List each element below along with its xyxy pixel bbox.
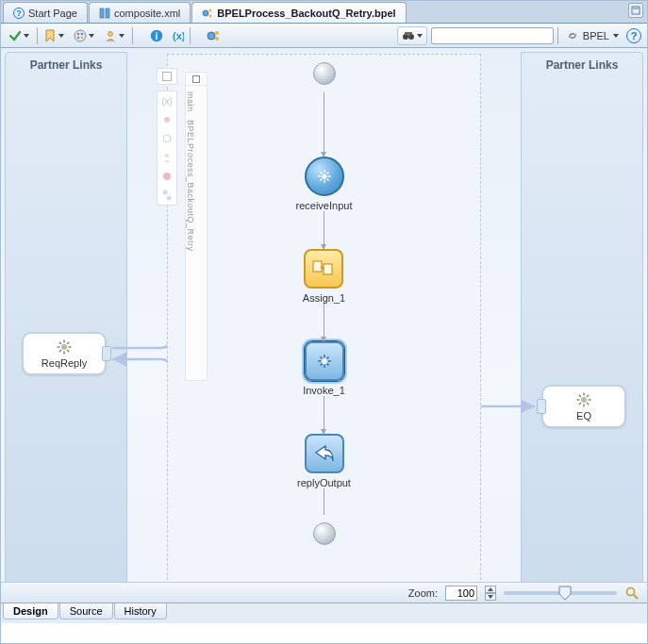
toolbar-separator — [190, 27, 191, 44]
zoom-label: Zoom: — [408, 587, 438, 599]
svg-rect-54 — [313, 261, 322, 272]
svg-point-41 — [165, 154, 169, 157]
toolbar: i (x) BPEL ? — [1, 24, 647, 48]
svg-point-40 — [163, 135, 171, 142]
port-handle[interactable] — [102, 346, 111, 361]
svg-point-3 — [209, 8, 212, 11]
toolbar-separator — [37, 27, 38, 44]
port-handle[interactable] — [537, 399, 546, 414]
svg-point-42 — [163, 173, 171, 180]
view-tab-source[interactable]: Source — [59, 603, 113, 619]
partnerlink-reqreply[interactable]: ReqReply — [22, 332, 107, 375]
svg-rect-20 — [405, 32, 412, 35]
swimlane: main BPELProcess_BackoutQ_Retry — [185, 72, 208, 381]
connector — [324, 92, 324, 157]
svg-rect-0 — [100, 8, 104, 18]
view-tab-history[interactable]: History — [114, 603, 167, 619]
svg-point-8 — [81, 32, 84, 35]
variables-button[interactable]: (x) — [169, 27, 186, 44]
activity-label: Invoke_1 — [303, 385, 345, 396]
zoom-fit-button[interactable] — [624, 586, 640, 601]
user-button[interactable] — [102, 27, 119, 44]
svg-rect-1 — [106, 8, 109, 18]
bpel-file-icon — [202, 8, 213, 19]
connector — [324, 304, 324, 341]
svg-line-53 — [326, 173, 328, 174]
event-icon — [160, 132, 174, 145]
tab-composite[interactable]: composite.xml — [89, 2, 191, 23]
svg-point-4 — [209, 14, 212, 17]
gear-icon — [160, 113, 174, 126]
find-button[interactable] — [397, 26, 427, 45]
start-node[interactable] — [313, 62, 336, 85]
zoom-spinner — [485, 586, 496, 601]
process-scope: (x) main BPELProcess_BackoutQ_Retry — [139, 54, 509, 597]
svg-point-44 — [167, 196, 172, 201]
activity-assign1[interactable]: Assign_1 — [303, 249, 345, 304]
bpel-version-dropdown[interactable]: BPEL — [562, 29, 623, 42]
bpel-label: BPEL — [583, 30, 609, 41]
tabbar-menu-button[interactable] — [628, 3, 643, 18]
toolbar-separator — [557, 27, 558, 44]
alert-icon — [160, 170, 174, 183]
svg-point-6 — [75, 30, 86, 41]
connector — [324, 396, 324, 434]
reply-icon — [312, 443, 337, 464]
toolbar-separator — [132, 27, 133, 44]
svg-point-9 — [77, 36, 80, 39]
svg-point-10 — [81, 36, 84, 39]
bookmark-button[interactable] — [42, 27, 58, 44]
validate-button[interactable] — [7, 27, 24, 44]
swimlane-collapse[interactable] — [186, 73, 207, 86]
invoke-icon — [316, 353, 333, 370]
editor-view-tabs: Design Source History — [1, 603, 647, 623]
svg-point-15 — [208, 32, 215, 40]
collapse-toggle[interactable] — [157, 68, 177, 85]
svg-line-51 — [326, 179, 328, 181]
monitor-button[interactable] — [206, 27, 223, 44]
swimlane-process-label: BPELProcess_BackoutQ_Retry — [186, 118, 195, 257]
magnifier-icon — [625, 586, 639, 600]
svg-point-43 — [163, 190, 168, 195]
var-icon: (x) — [160, 94, 174, 107]
panel-title: Partner Links — [522, 53, 642, 72]
partner-links-right-panel: Partner Links — [521, 52, 643, 599]
end-node[interactable] — [313, 522, 336, 545]
zoom-input[interactable] — [445, 586, 477, 601]
svg-text:(x): (x) — [173, 30, 184, 41]
svg-text:i: i — [156, 31, 158, 41]
activity-invoke1[interactable]: Invoke_1 — [303, 341, 345, 396]
receive-icon — [316, 168, 333, 185]
svg-line-36 — [587, 403, 589, 405]
svg-point-16 — [215, 31, 219, 35]
partnerlink-label: ReqReply — [42, 357, 87, 369]
svg-point-11 — [108, 31, 113, 36]
help-button[interactable]: ? — [626, 28, 641, 43]
activity-receiveinput[interactable]: receiveInput — [296, 157, 353, 211]
sequence-container[interactable]: (x) main BPELProcess_BackoutQ_Retry — [167, 54, 481, 589]
view-tab-design[interactable]: Design — [3, 603, 58, 619]
swimlane-header-label: main — [186, 86, 195, 118]
activity-palette[interactable]: (x) — [157, 91, 177, 206]
partnerlink-eq[interactable]: EQ — [541, 385, 626, 428]
binoculars-icon — [402, 29, 415, 42]
svg-point-17 — [215, 37, 219, 41]
svg-point-2 — [203, 10, 208, 16]
info-button[interactable]: i — [148, 27, 165, 44]
user-icon — [160, 151, 174, 164]
activity-replyoutput[interactable]: replyOutput — [297, 434, 351, 488]
help-icon: ? — [13, 8, 25, 19]
design-canvas[interactable]: Partner Links Partner Links ReqReply EQ — [1, 48, 647, 603]
tab-startpage[interactable]: ? Start Page — [3, 2, 88, 23]
palette-button[interactable] — [72, 27, 89, 44]
tab-label: Start Page — [28, 8, 77, 19]
composite-icon — [99, 8, 110, 19]
zoom-slider[interactable] — [504, 591, 617, 595]
search-input[interactable] — [431, 27, 554, 44]
svg-point-21 — [61, 344, 67, 350]
tab-bpelprocess[interactable]: BPELProcess_BackoutQ_Retry.bpel — [191, 2, 406, 23]
zoom-step-down[interactable] — [485, 593, 496, 601]
link-icon — [566, 29, 579, 42]
zoom-step-up[interactable] — [485, 586, 496, 593]
svg-line-35 — [579, 395, 581, 397]
